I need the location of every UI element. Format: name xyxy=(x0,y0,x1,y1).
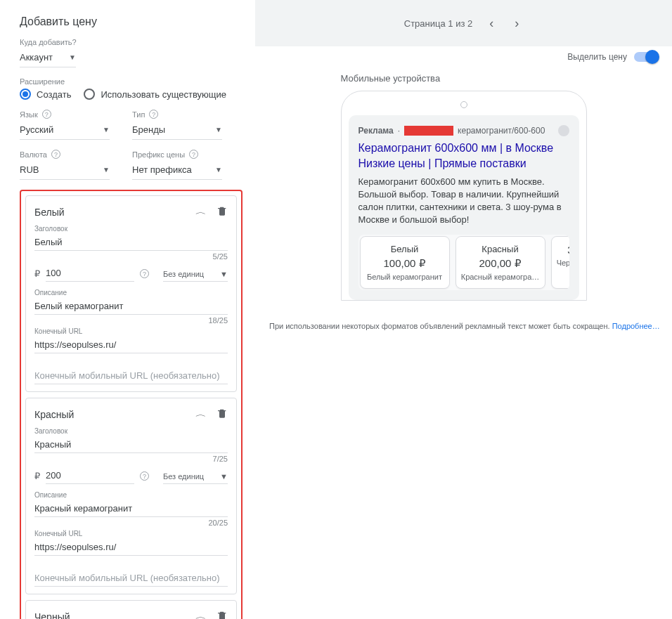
price-item-card: Красный ︿ Заголовок 7/25 ₽ ? xyxy=(25,398,237,594)
language-select-value: Русский xyxy=(20,124,53,135)
title-counter: 7/25 xyxy=(34,455,228,463)
price-card-amount: 100,00 ₽ xyxy=(365,257,445,270)
price-card-desc: Красный керамогра… xyxy=(460,273,541,281)
description-input[interactable] xyxy=(34,500,228,517)
final-url-label: Конечный URL xyxy=(34,530,228,537)
preview-footnote: При использовании некоторых форматов объ… xyxy=(255,322,672,330)
add-to-label: Куда добавить? xyxy=(20,38,243,46)
caret-down-icon: ▼ xyxy=(69,53,76,61)
highlight-price-label: Выделить цену xyxy=(567,52,627,62)
caret-down-icon: ▼ xyxy=(220,472,228,481)
price-input[interactable] xyxy=(46,265,134,282)
currency-select-value: RUB xyxy=(20,164,39,175)
help-icon[interactable]: ? xyxy=(140,269,149,278)
title-field-label: Заголовок xyxy=(34,427,228,435)
desc-counter: 20/25 xyxy=(34,519,228,527)
radio-checked-icon xyxy=(20,89,31,100)
desc-field-label: Описание xyxy=(34,289,228,297)
price-card-title: Белый xyxy=(365,244,445,254)
ad-description: Керамогранит 600х600 мм купить в Москве.… xyxy=(358,176,569,226)
account-select[interactable]: Аккаунт ▼ xyxy=(20,48,76,67)
device-type-label: Мобильные устройства xyxy=(341,73,587,84)
ad-badge: Реклама xyxy=(358,126,394,136)
price-input[interactable] xyxy=(46,467,134,484)
extension-label: Расширение xyxy=(20,77,243,86)
help-icon[interactable]: ? xyxy=(149,110,158,119)
create-radio[interactable]: Создать xyxy=(20,89,71,100)
price-card[interactable]: Белый 100,00 ₽ Белый керамогранит xyxy=(360,236,450,289)
price-prefix-label: Префикс цены? xyxy=(132,150,222,159)
mobile-url-input[interactable] xyxy=(34,367,228,384)
ad-headline: Керамогранит 600х600 мм | в Москве Низки… xyxy=(358,141,569,171)
prev-page-button[interactable]: ‹ xyxy=(485,17,498,30)
use-existing-radio-label: Использовать существующие xyxy=(101,89,226,100)
device-camera-icon xyxy=(460,101,467,108)
form-panel: Добавить цену Куда добавить? Аккаунт ▼ Р… xyxy=(0,0,255,619)
redacted-domain xyxy=(404,126,453,136)
final-url-input[interactable] xyxy=(34,539,228,556)
language-select[interactable]: Русский ▼ xyxy=(20,120,110,140)
use-existing-radio[interactable]: Использовать существующие xyxy=(84,89,226,100)
price-card-desc: Белый керамогранит xyxy=(365,273,445,281)
collapse-icon[interactable]: ︿ xyxy=(195,409,207,419)
account-select-value: Аккаунт xyxy=(20,52,53,63)
caret-down-icon: ▼ xyxy=(103,166,110,174)
collapse-icon[interactable]: ︿ xyxy=(195,207,207,217)
title-counter: 5/25 xyxy=(34,252,228,261)
highlight-price-switch[interactable] xyxy=(634,52,658,62)
unit-select[interactable]: Без единиц ▼ xyxy=(163,472,228,484)
price-prefix-select-value: Нет префикса xyxy=(132,164,192,175)
desc-field-label: Описание xyxy=(34,491,228,499)
final-url-input[interactable] xyxy=(34,337,228,353)
unit-select-value: Без единиц xyxy=(163,270,204,278)
price-item-card: Черный ︿ Заголовок xyxy=(25,600,237,619)
title-input[interactable] xyxy=(34,436,228,453)
title-field-label: Заголовок xyxy=(34,225,228,233)
caret-down-icon: ▼ xyxy=(215,166,222,174)
device-frame: Реклама керамогранит/600-600 Керамограни… xyxy=(341,91,587,301)
price-card[interactable]: 3 Черный xyxy=(551,236,569,289)
more-info-icon[interactable] xyxy=(558,125,569,136)
radio-unchecked-icon xyxy=(84,89,95,100)
caret-down-icon: ▼ xyxy=(215,126,222,133)
price-card[interactable]: Красный 200,00 ₽ Красный керамогра… xyxy=(455,236,545,289)
help-icon[interactable]: ? xyxy=(42,110,51,119)
ruble-icon: ₽ xyxy=(34,268,40,279)
title-input[interactable] xyxy=(34,234,228,251)
description-input[interactable] xyxy=(34,298,228,315)
delete-button[interactable] xyxy=(217,205,228,219)
price-prefix-select[interactable]: Нет префикса ▼ xyxy=(132,160,222,180)
type-select[interactable]: Бренды ▼ xyxy=(132,120,222,140)
currency-label: Валюта? xyxy=(20,150,110,159)
unit-select[interactable]: Без единиц ▼ xyxy=(163,270,228,282)
preview-pager: Страница 1 из 2 ‹ › xyxy=(255,0,672,46)
display-path: керамогранит/600-600 xyxy=(458,126,545,136)
price-item-name: Белый xyxy=(34,207,65,218)
language-label: Язык? xyxy=(20,110,110,119)
learn-more-link[interactable]: Подробнее… xyxy=(612,322,660,330)
mobile-url-input[interactable] xyxy=(34,570,228,587)
price-card-title: Черный xyxy=(556,259,569,267)
price-extension-strip: Белый 100,00 ₽ Белый керамогранит Красны… xyxy=(358,235,569,290)
delete-button[interactable] xyxy=(217,408,228,421)
price-items-highlight: Белый ︿ Заголовок 5/25 ₽ ? xyxy=(20,190,243,619)
preview-panel: Страница 1 из 2 ‹ › Выделить цену Мобиль… xyxy=(255,0,672,619)
ad-preview-card: Реклама керамогранит/600-600 Керамограни… xyxy=(349,115,579,300)
type-label: Тип? xyxy=(132,110,222,119)
separator-dot-icon xyxy=(398,126,400,136)
collapse-icon[interactable]: ︿ xyxy=(195,611,207,619)
help-icon[interactable]: ? xyxy=(189,150,198,159)
delete-button[interactable] xyxy=(217,610,228,619)
price-item-name: Черный xyxy=(34,611,70,620)
unit-select-value: Без единиц xyxy=(163,472,204,481)
pager-label: Страница 1 из 2 xyxy=(404,18,472,29)
caret-down-icon: ▼ xyxy=(103,126,110,133)
currency-select[interactable]: RUB ▼ xyxy=(20,160,110,180)
price-card-amount: 200,00 ₽ xyxy=(460,257,541,270)
help-icon[interactable]: ? xyxy=(140,471,149,481)
page-title: Добавить цену xyxy=(20,15,243,28)
next-page-button[interactable]: › xyxy=(510,17,523,30)
price-item-name: Красный xyxy=(34,409,74,420)
final-url-label: Конечный URL xyxy=(34,327,228,335)
help-icon[interactable]: ? xyxy=(51,150,60,159)
